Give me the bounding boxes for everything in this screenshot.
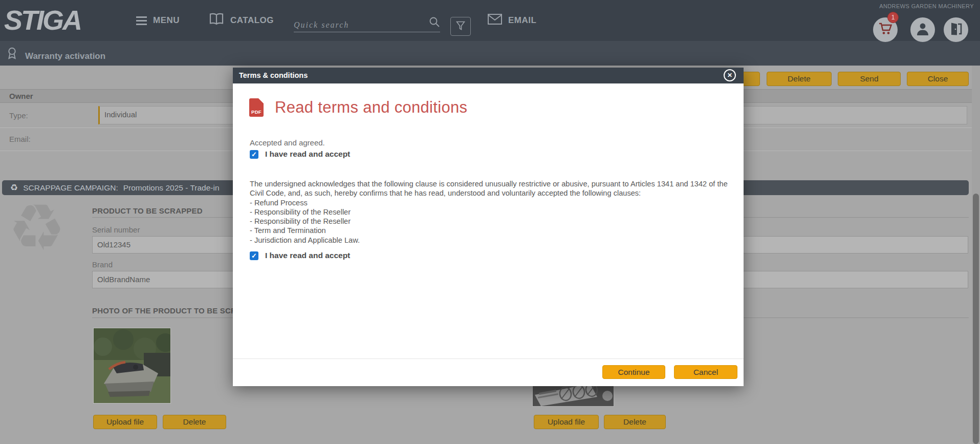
book-icon [209, 13, 224, 28]
delete-photo-button[interactable]: Delete [163, 415, 226, 429]
logout-button[interactable] [944, 17, 968, 42]
campaign-value: Promotions 2025 - Trade-in [123, 183, 220, 193]
send-button[interactable]: Send [838, 72, 901, 86]
continue-button[interactable]: Continue [602, 365, 665, 379]
pdf-icon: PDF [249, 98, 264, 117]
quick-search [294, 16, 440, 32]
exit-door-icon [949, 22, 963, 38]
email-label: EMAIL [508, 15, 536, 26]
app-header: STIGA MENU CATALOG EMAIL ANDREWS GARDEN … [0, 0, 980, 41]
terms-checkbox-row-2: I have read and accept [250, 251, 350, 260]
modal-heading: Read terms and conditions [275, 98, 467, 117]
modal-footer: Continue Cancel [233, 358, 744, 386]
cart-icon [878, 22, 892, 37]
clause-item: - Responsibility of the Reseller [250, 217, 728, 226]
scrollbar-thumb[interactable] [973, 194, 979, 444]
terms-modal: Terms & conditions PDF Read terms and co… [233, 68, 744, 386]
hamburger-icon [136, 16, 147, 25]
email-button[interactable]: EMAIL [488, 13, 536, 28]
pdf-icon-label: PDF [249, 109, 264, 115]
cart-badge: 1 [887, 12, 899, 23]
catalog-label: CATALOG [230, 15, 274, 26]
menu-button[interactable]: MENU [136, 13, 180, 28]
serial-number-label: Serial number [92, 225, 140, 234]
modal-heading-row: PDF Read terms and conditions [249, 98, 467, 117]
campaign-label: SCRAPPAGE CAMPAIGN: [23, 183, 118, 193]
catalog-button[interactable]: CATALOG [209, 13, 274, 28]
clause-item: - Responsibility of the Reseller [250, 207, 728, 217]
terms-checkbox-1[interactable] [250, 150, 258, 159]
terms-checkbox-row-1: I have read and accept [250, 150, 350, 159]
envelope-icon [488, 14, 502, 27]
clauses-block: The undersigned acknowledges that the fo… [250, 179, 728, 245]
funnel-icon [456, 21, 465, 32]
brand-label: Brand [92, 260, 113, 269]
stiga-logo: STIGA [3, 4, 100, 36]
cancel-button[interactable]: Cancel [674, 365, 737, 379]
clause-intro: The undersigned acknowledges that the fo… [250, 179, 728, 198]
mower-photo-image [94, 328, 170, 403]
close-button[interactable]: Close [907, 72, 969, 86]
upload-file-button[interactable]: Upload file [93, 415, 157, 429]
modal-title: Terms & conditions [239, 71, 308, 79]
warranty-rosette-icon [6, 47, 18, 61]
account-name: ANDREWS GARDEN MACHINERY [879, 3, 974, 9]
recycle-icon [10, 182, 18, 193]
stiga-logo-text: STIGA [4, 5, 81, 35]
clause-item: - Refund Process [250, 198, 728, 207]
user-icon [916, 22, 930, 38]
modal-close-button[interactable] [724, 69, 736, 81]
recycle-watermark-icon [8, 196, 66, 260]
page-title: Warranty activation [25, 51, 105, 61]
menu-label: MENU [153, 15, 180, 26]
terms-checkbox-2[interactable] [250, 251, 258, 260]
clause-item: - Term and Termination [250, 226, 728, 235]
upload-file-button-2[interactable]: Upload file [534, 415, 599, 429]
terms-checkbox-label-2: I have read and accept [265, 251, 350, 260]
user-button[interactable] [910, 17, 935, 42]
modal-header: Terms & conditions [233, 68, 744, 83]
type-label: Type: [9, 111, 28, 120]
accepted-text: Accepted and agreed. [250, 138, 325, 147]
product-photo-thumbnail[interactable] [93, 328, 171, 404]
terms-checkbox-label-1: I have read and accept [265, 150, 350, 159]
email-label-row: Email: [9, 135, 31, 143]
filter-button[interactable] [450, 17, 471, 36]
search-icon[interactable] [429, 16, 440, 30]
clause-item: - Jurisdiction and Applicable Law. [250, 236, 728, 245]
delete-photo-button-2[interactable]: Delete [604, 415, 666, 429]
breadcrumb: Warranty activation [0, 41, 980, 66]
search-input[interactable] [294, 20, 429, 30]
product-section-title: PRODUCT TO BE SCRAPPED [92, 206, 203, 215]
delete-button[interactable]: Delete [767, 72, 832, 86]
